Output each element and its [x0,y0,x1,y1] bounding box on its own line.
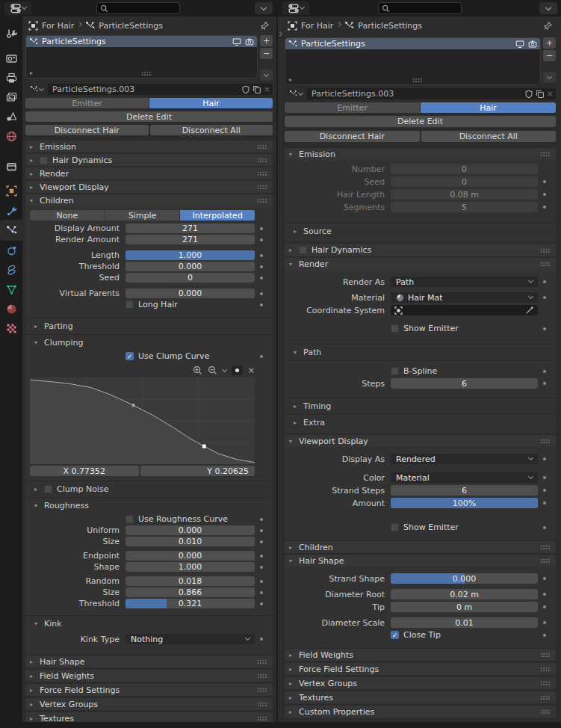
list-expand-icon[interactable] [30,70,40,76]
clump-curve-widget[interactable] [30,377,255,464]
subsection-kink[interactable]: Kink [30,618,267,629]
long-hair-checkbox[interactable]: Long Hair [125,300,255,309]
section-emission[interactable]: Emission [25,141,273,152]
children-mode-interpolated[interactable]: Interpolated [180,210,255,220]
add-button[interactable]: + [543,37,556,49]
section-field-weights[interactable]: Field Weights [25,670,273,682]
eyedropper-icon[interactable] [525,306,534,315]
search-input[interactable] [378,2,462,14]
endpoint-slider[interactable]: 0.000 [125,551,255,561]
specials-menu-button[interactable] [260,70,273,81]
decorator[interactable] [538,280,551,283]
section-vertex-groups[interactable]: Vertex Groups [285,677,556,689]
duplicate-icon[interactable] [252,85,261,94]
browse-id-button[interactable] [285,88,307,99]
decorator[interactable] [538,370,551,373]
pin-icon[interactable] [543,21,553,31]
show-emitter-checkbox[interactable]: Show Emitter [391,324,538,333]
section-hair-shape-header[interactable]: Hair Shape [285,555,556,567]
uniform-slider[interactable]: 0.000 [125,525,255,535]
browse-id-button[interactable] [25,84,48,95]
segments-field[interactable]: 5 [391,202,538,212]
section-emission-header[interactable]: Emission [285,148,556,160]
drag-grip-icon[interactable] [540,439,551,443]
list-resize-grip[interactable] [141,71,152,75]
decorator[interactable] [538,634,551,637]
drag-grip-icon[interactable] [257,702,267,706]
subsection-parting[interactable]: Parting [30,321,267,332]
zoom-in-icon[interactable] [193,365,202,375]
decorator[interactable] [255,518,267,521]
hair-length-field[interactable]: 0.08 m [391,189,538,200]
decorator[interactable] [538,621,551,624]
tab-tool[interactable] [0,24,22,43]
disconnect-hair-button[interactable]: Disconnect Hair [285,131,420,142]
seed-field[interactable]: 0 [125,273,255,283]
color-dropdown[interactable]: Material [391,472,538,483]
b-spline-checkbox[interactable]: B-Spline [391,366,538,376]
unlink-icon[interactable]: × [547,89,554,99]
decorator[interactable] [538,526,551,529]
add-button[interactable]: + [260,35,273,46]
subsection-clumping[interactable]: Clumping [30,337,267,348]
coordinate-system-picker[interactable] [391,305,538,315]
tab-physics[interactable] [0,241,22,260]
decorator[interactable] [255,602,267,605]
delete-point-icon[interactable]: × [248,366,255,374]
disconnect-hair-button[interactable]: Disconnect Hair [25,125,149,135]
section-textures[interactable]: Textures [25,712,273,722]
decorator[interactable] [538,502,551,505]
drag-grip-icon[interactable] [257,659,267,664]
render-amount-field[interactable]: 271 [125,235,255,244]
diameter-scale-field[interactable]: 0.01 [391,617,538,628]
section-children-header[interactable]: Children [25,194,273,206]
decorator[interactable] [538,382,551,385]
decorator[interactable] [255,265,267,268]
remove-button[interactable]: − [543,50,556,61]
subsection-timing[interactable]: Timing [289,401,551,412]
curve-tools-menu-icon[interactable] [222,366,227,371]
length-slider[interactable]: 1.000 [125,250,255,260]
drag-grip-icon[interactable] [540,248,551,253]
pin-icon[interactable] [260,21,270,31]
disconnect-all-button[interactable]: Disconnect All [421,131,557,142]
drag-grip-icon[interactable] [540,695,551,700]
children-mode-simple[interactable]: Simple [105,210,180,220]
drag-grip-icon[interactable] [540,558,551,563]
decorator[interactable] [538,193,551,196]
subsection-roughness[interactable]: Roughness [30,500,267,511]
curve-point[interactable] [132,404,135,407]
decorator[interactable] [255,254,267,257]
drag-grip-icon[interactable] [540,262,551,266]
curve-point-selected[interactable] [202,445,206,448]
decorator[interactable] [538,489,551,492]
seed-field[interactable]: 0 [391,176,538,187]
drag-grip-icon[interactable] [257,688,267,692]
tab-texture[interactable] [0,318,22,338]
section-hair-dynamics[interactable]: Hair Dynamics [25,154,273,166]
camera-icon[interactable] [528,40,537,49]
tab-emitter[interactable]: Emitter [25,98,149,108]
decorator[interactable] [538,296,551,299]
decorator[interactable] [255,555,267,558]
tab-world[interactable] [0,126,22,146]
unlink-icon[interactable]: × [264,84,270,94]
drag-grip-icon[interactable] [257,158,267,162]
monitor-icon[interactable] [232,37,241,46]
id-name-field[interactable]: ParticleSettings.003 × [285,88,556,99]
remove-button[interactable]: − [260,48,273,59]
delete-edit-button[interactable]: Delete Edit [25,111,273,122]
filter-dropdown-button[interactable] [255,2,273,14]
section-children[interactable]: Children [285,541,556,553]
id-name-field[interactable]: ParticleSettings.003 × [25,84,273,95]
tab-modifiers[interactable] [0,200,22,220]
tab-scene[interactable] [0,107,22,126]
drag-grip-icon[interactable] [257,144,267,149]
decorator[interactable] [538,180,551,183]
drag-grip-icon[interactable] [257,716,267,721]
decorator[interactable] [538,327,551,330]
fake-user-shield-icon[interactable] [524,90,533,99]
subsection-source[interactable]: Source [289,226,551,237]
section-textures[interactable]: Textures [285,691,556,703]
decorator[interactable] [255,566,267,569]
